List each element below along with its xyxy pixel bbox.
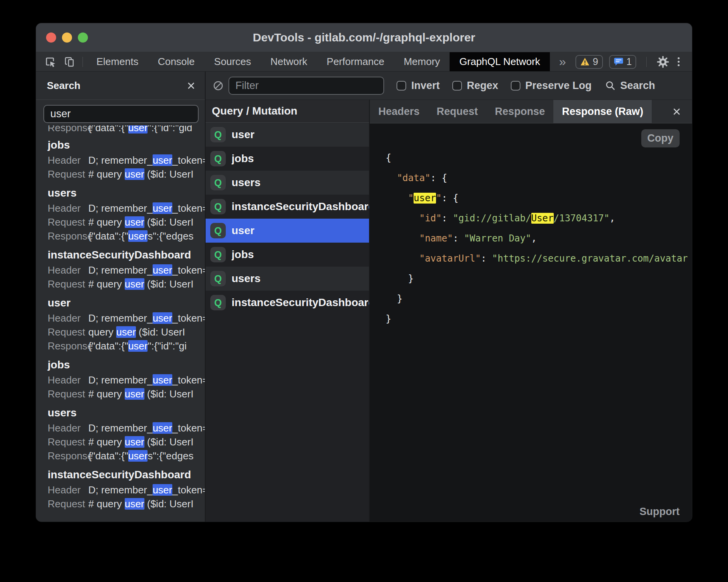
close-search-icon[interactable] bbox=[186, 80, 196, 91]
toolbar-checkbox-regex[interactable]: Regex bbox=[452, 80, 498, 92]
search-result-row[interactable]: Request# query user ($id: UserI bbox=[48, 167, 205, 181]
toolbar-search[interactable]: Search bbox=[605, 80, 655, 92]
query-list-item[interactable]: Quser bbox=[206, 123, 369, 147]
search-result-group-title[interactable]: users bbox=[48, 185, 205, 201]
tabbar-divider bbox=[646, 57, 647, 67]
result-field-label: Request bbox=[48, 435, 88, 449]
search-result-group-title[interactable]: jobs bbox=[48, 357, 205, 373]
messages-badge[interactable]: 1 bbox=[609, 55, 637, 69]
search-result-row[interactable]: Request# query user ($id: UserI bbox=[48, 497, 205, 511]
search-result-row[interactable]: Request# query user ($id: UserI bbox=[48, 387, 205, 401]
result-field-value: # query user ($id: UserI bbox=[88, 387, 194, 401]
detail-tab-request[interactable]: Request bbox=[428, 100, 487, 123]
result-field-value: D; remember_user_token=e bbox=[88, 373, 205, 387]
search-result-row[interactable]: HeaderD; remember_user_token=e bbox=[48, 421, 205, 435]
query-list-item[interactable]: Qjobs bbox=[206, 243, 369, 267]
detail-tab-headers[interactable]: Headers bbox=[370, 100, 428, 123]
search-result-group-title[interactable]: instanceSecurityDashboard bbox=[48, 467, 205, 483]
json-line: "avatarUrl": "https://secure.gravatar.co… bbox=[386, 248, 692, 269]
result-field-label: Header bbox=[48, 483, 88, 497]
device-toolbar-icon[interactable] bbox=[60, 52, 79, 71]
devtools-tabbar: ElementsConsoleSourcesNetworkPerformance… bbox=[36, 52, 692, 72]
clear-icon[interactable] bbox=[213, 80, 223, 91]
search-result-row[interactable]: Response{"data":{"user":{"id":"gi bbox=[48, 339, 205, 353]
result-field-label: Request bbox=[48, 215, 88, 229]
search-panel-title: Search bbox=[47, 80, 81, 92]
inspect-element-icon[interactable] bbox=[41, 52, 60, 71]
devtools-tab-sources[interactable]: Sources bbox=[204, 52, 261, 71]
query-name: jobs bbox=[232, 248, 254, 261]
close-detail-icon[interactable] bbox=[671, 106, 692, 117]
search-result-row[interactable]: Requestquery user ($id: UserI bbox=[48, 325, 205, 339]
result-field-label: Header bbox=[48, 201, 88, 215]
more-tabs-icon[interactable]: » bbox=[550, 52, 575, 71]
devtools-tab-elements[interactable]: Elements bbox=[87, 52, 148, 71]
search-result-row[interactable]: HeaderD; remember_user_token=e bbox=[48, 201, 205, 215]
settings-gear-icon[interactable] bbox=[657, 56, 669, 68]
search-result-row[interactable]: Response{"data":{"users":{"edges bbox=[48, 229, 205, 243]
query-list-item[interactable]: Qjobs bbox=[206, 147, 369, 171]
query-type-badge: Q bbox=[210, 247, 226, 262]
search-result-group-title[interactable]: user bbox=[48, 295, 205, 311]
detail-panel: HeadersRequestResponseResponse (Raw) Cop… bbox=[370, 100, 692, 522]
search-result-row[interactable]: HeaderD; remember_user_token=e bbox=[48, 263, 205, 277]
result-field-label: Response bbox=[48, 339, 88, 353]
search-result-row[interactable]: Response{"data":{"user":{"id":"gid bbox=[48, 125, 205, 135]
search-input[interactable] bbox=[43, 105, 199, 123]
support-link[interactable]: Support bbox=[640, 506, 680, 518]
search-result-group-title[interactable]: users bbox=[48, 405, 205, 421]
devtools-tab-performance[interactable]: Performance bbox=[317, 52, 394, 71]
search-result-row[interactable]: HeaderD; remember_user_token=e bbox=[48, 373, 205, 387]
warnings-badge[interactable]: 9 bbox=[575, 55, 603, 69]
query-name: users bbox=[232, 176, 261, 189]
toolbar-checkbox-preserve-log[interactable]: Preserve Log bbox=[511, 80, 592, 92]
query-name: user bbox=[232, 128, 254, 141]
detail-tab-response[interactable]: Response bbox=[486, 100, 553, 123]
copy-button[interactable]: Copy bbox=[641, 129, 680, 147]
more-options-icon[interactable] bbox=[675, 57, 682, 66]
result-field-value: {"data":{"users":{"edges bbox=[88, 449, 194, 463]
result-field-value: # query user ($id: UserI bbox=[88, 167, 194, 181]
result-field-value: D; remember_user_token=e bbox=[88, 201, 205, 215]
result-field-value: # query user ($id: UserI bbox=[88, 215, 194, 229]
result-field-label: Response bbox=[48, 125, 88, 135]
devtools-tab-memory[interactable]: Memory bbox=[394, 52, 450, 71]
devtools-tab-graphql-network[interactable]: GraphQL Network bbox=[450, 52, 550, 71]
tabbar-divider bbox=[82, 57, 83, 67]
invert-checkbox[interactable] bbox=[397, 81, 406, 91]
detail-tab-response-raw[interactable]: Response (Raw) bbox=[553, 100, 652, 123]
search-result-row[interactable]: HeaderD; remember_user_token=e bbox=[48, 153, 205, 167]
toolbar-checkbox-invert[interactable]: Invert bbox=[397, 80, 440, 92]
result-field-label: Header bbox=[48, 373, 88, 387]
zoom-window-button[interactable] bbox=[78, 33, 88, 43]
query-list-item[interactable]: Qusers bbox=[206, 171, 369, 195]
search-panel: Search Response{"data":{"user":{"id":"gi… bbox=[36, 72, 206, 522]
window-titlebar: DevTools - gitlab.com/-/graphql-explorer bbox=[36, 23, 692, 52]
search-result-row[interactable]: HeaderD; remember_user_token=e bbox=[48, 483, 205, 497]
query-list-item[interactable]: QinstanceSecurityDashboard bbox=[206, 291, 369, 315]
preserve-log-checkbox[interactable] bbox=[511, 81, 520, 91]
regex-checkbox[interactable] bbox=[452, 81, 462, 91]
devtools-tab-console[interactable]: Console bbox=[148, 52, 204, 71]
query-list-item[interactable]: QinstanceSecurityDashboard bbox=[206, 195, 369, 219]
toolbar-search-label: Search bbox=[620, 80, 655, 92]
search-result-group-title[interactable]: jobs bbox=[48, 137, 205, 153]
result-field-label: Request bbox=[48, 277, 88, 291]
search-result-row[interactable]: HeaderD; remember_user_token=e bbox=[48, 311, 205, 325]
devtools-tab-network[interactable]: Network bbox=[261, 52, 317, 71]
search-result-row[interactable]: Request# query user ($id: UserI bbox=[48, 215, 205, 229]
filter-input[interactable] bbox=[228, 77, 384, 95]
search-result-row[interactable]: Response{"data":{"users":{"edges bbox=[48, 449, 205, 463]
query-type-badge: Q bbox=[210, 127, 226, 142]
query-type-badge: Q bbox=[210, 151, 226, 166]
search-result-group-title[interactable]: instanceSecurityDashboard bbox=[48, 247, 205, 263]
result-field-label: Header bbox=[48, 263, 88, 277]
query-list-item[interactable]: Qusers bbox=[206, 267, 369, 291]
detail-tabs: HeadersRequestResponseResponse (Raw) bbox=[370, 100, 692, 123]
search-result-row[interactable]: Request# query user ($id: UserI bbox=[48, 435, 205, 449]
warning-icon bbox=[580, 57, 590, 66]
minimize-window-button[interactable] bbox=[62, 33, 72, 43]
query-list-item[interactable]: Quser bbox=[206, 219, 369, 243]
search-result-row[interactable]: Request# query user ($id: UserI bbox=[48, 277, 205, 291]
close-window-button[interactable] bbox=[46, 33, 56, 43]
